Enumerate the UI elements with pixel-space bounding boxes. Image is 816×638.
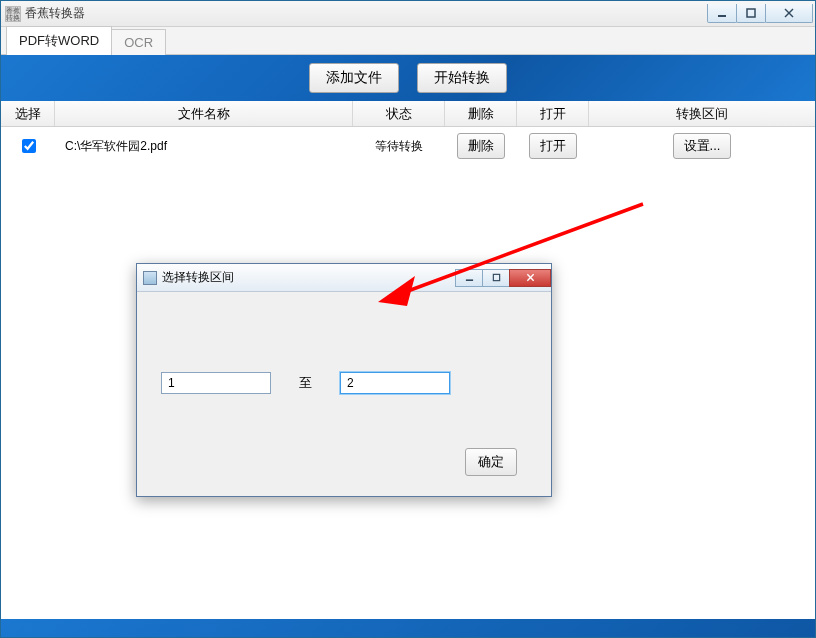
content-area: 添加文件 开始转换 选择 文件名称 状态 删除 打开 转换区间 C:\华军软件园…	[1, 55, 815, 637]
row-delete-button[interactable]: 删除	[457, 133, 505, 159]
svg-rect-5	[493, 274, 499, 280]
start-convert-button[interactable]: 开始转换	[417, 63, 507, 93]
row-select-checkbox[interactable]	[22, 139, 36, 153]
minimize-button[interactable]	[707, 4, 737, 23]
col-range: 转换区间	[589, 101, 815, 126]
toolbar-strip: 添加文件 开始转换	[1, 55, 815, 101]
window-title: 香蕉转换器	[25, 5, 85, 22]
dialog-maximize-button[interactable]	[482, 269, 510, 287]
range-to-input[interactable]	[340, 372, 450, 394]
svg-rect-1	[747, 9, 755, 17]
main-window: 香蕉 转换 香蕉转换器 PDF转WORD OCR 添加文件 开始转换 选择	[0, 0, 816, 638]
close-button[interactable]	[765, 4, 813, 23]
row-delete-cell: 删除	[445, 133, 517, 159]
dialog-body: 至 确定	[137, 292, 551, 496]
row-open-button[interactable]: 打开	[529, 133, 577, 159]
range-from-input[interactable]	[161, 372, 271, 394]
range-dialog: 选择转换区间 至	[136, 263, 552, 497]
minimize-icon	[465, 273, 474, 282]
maximize-button[interactable]	[736, 4, 766, 23]
col-name: 文件名称	[55, 101, 353, 126]
dialog-ok-button[interactable]: 确定	[465, 448, 517, 476]
dialog-title: 选择转换区间	[162, 269, 234, 286]
maximize-icon	[746, 8, 756, 18]
row-range-cell: 设置...	[589, 133, 815, 159]
table-row: C:\华军软件园2.pdf 等待转换 删除 打开 设置...	[1, 127, 815, 165]
titlebar-left: 香蕉 转换 香蕉转换器	[5, 5, 85, 22]
dialog-close-button[interactable]	[509, 269, 551, 287]
row-open-cell: 打开	[517, 133, 589, 159]
footer-strip	[1, 619, 815, 637]
tab-pdf-to-word[interactable]: PDF转WORD	[6, 26, 112, 55]
close-icon	[526, 273, 535, 282]
col-delete: 删除	[445, 101, 517, 126]
dialog-icon	[143, 271, 157, 285]
col-select: 选择	[1, 101, 55, 126]
range-to-label: 至	[299, 374, 312, 392]
minimize-icon	[717, 8, 727, 18]
row-status: 等待转换	[353, 138, 445, 155]
tab-bar: PDF转WORD OCR	[1, 27, 815, 55]
range-row: 至	[161, 372, 450, 394]
grid-body: C:\华军软件园2.pdf 等待转换 删除 打开 设置...	[1, 127, 815, 165]
grid-header: 选择 文件名称 状态 删除 打开 转换区间	[1, 101, 815, 127]
maximize-icon	[492, 273, 501, 282]
window-controls	[708, 4, 813, 24]
col-status: 状态	[353, 101, 445, 126]
row-range-button[interactable]: 设置...	[673, 133, 732, 159]
col-open: 打开	[517, 101, 589, 126]
add-file-button[interactable]: 添加文件	[309, 63, 399, 93]
titlebar: 香蕉 转换 香蕉转换器	[1, 1, 815, 27]
tab-ocr[interactable]: OCR	[112, 29, 166, 55]
dialog-window-controls	[456, 269, 551, 287]
row-select-cell	[1, 136, 55, 156]
dialog-titlebar: 选择转换区间	[137, 264, 551, 292]
close-icon	[784, 8, 794, 18]
dialog-title-left: 选择转换区间	[143, 269, 234, 286]
app-icon: 香蕉 转换	[5, 6, 21, 22]
dialog-minimize-button[interactable]	[455, 269, 483, 287]
row-filename: C:\华军软件园2.pdf	[55, 138, 353, 155]
